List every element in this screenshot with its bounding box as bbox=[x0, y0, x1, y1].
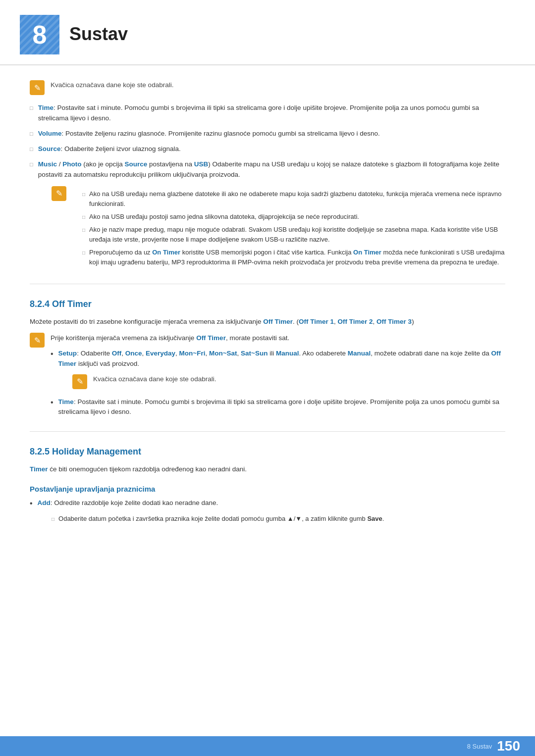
off-timer-note-text: Prije korištenja mjerača vremena za iskl… bbox=[51, 333, 505, 344]
nested-note-block: ✎ Ako na USB uređaju nema glazbene datot… bbox=[52, 186, 505, 274]
monfri-bold: Mon~Fri bbox=[179, 350, 206, 357]
footer: 8 Sustav 150 bbox=[0, 736, 535, 756]
checkmark-note-text: Kvačica označava dane koje ste odabrali. bbox=[93, 374, 216, 384]
usb-label: USB bbox=[194, 160, 209, 168]
time-label: Time bbox=[38, 104, 54, 111]
setup-label: Setup bbox=[58, 350, 77, 357]
sub-item-1: Ako na USB uređaju nema glazbene datotek… bbox=[82, 189, 505, 209]
section-825-intro: Timer će biti onemogućen tijekom razdobl… bbox=[30, 464, 505, 475]
holiday-sub-item: Odaberite datum početka i završetka praz… bbox=[52, 514, 505, 524]
sub-item-4: Preporučujemo da uz On Timer koristite U… bbox=[82, 248, 505, 267]
list-item-music-photo: Music / Photo (ako je opcija Source post… bbox=[30, 159, 505, 180]
photo-label: Photo bbox=[62, 160, 81, 168]
nested-sub-list: Ako na USB uređaju nema glazbene datotek… bbox=[82, 189, 505, 271]
once-bold: Once bbox=[125, 350, 142, 357]
off-timer-1: Off Timer 1 bbox=[299, 318, 334, 325]
volume-label: Volume bbox=[38, 130, 62, 137]
sub-item-2: Ako na USB uređaju postoji samo jedna sl… bbox=[82, 212, 505, 222]
list-item-volume: Volume: Postavite željenu razinu glasnoć… bbox=[30, 129, 505, 139]
list-item-time: Time: Postavite sat i minute. Pomoću gum… bbox=[30, 103, 505, 124]
setup-item: Setup: Odaberite Off, Once, Everyday, Mo… bbox=[51, 349, 505, 369]
intro-note-text: Kvačica označava dane koje ste odabrali. bbox=[51, 80, 173, 90]
off-timer-setup-list: Setup: Odaberite Off, Once, Everyday, Mo… bbox=[51, 349, 505, 369]
chapter-number-box: 8 bbox=[20, 15, 59, 54]
section-825-heading: 8.2.5 Holiday Management bbox=[30, 447, 505, 457]
main-content: ✎ Kvačica označava dane koje ste odabral… bbox=[0, 80, 535, 556]
add-item: Add: Odredite razdoblje koje želite doda… bbox=[30, 498, 505, 510]
intro-note-row: ✎ Kvačica označava dane koje ste odabral… bbox=[30, 80, 505, 95]
footer-number: 150 bbox=[497, 738, 520, 754]
main-bullet-list: Time: Postavite sat i minute. Pomoću gum… bbox=[30, 103, 505, 180]
holiday-list: Add: Odredite razdoblje koje želite doda… bbox=[30, 498, 505, 510]
section-824-intro: Možete postaviti do tri zasebne konfigur… bbox=[30, 316, 505, 327]
holiday-sub-list: Odaberite datum početka i završetka praz… bbox=[52, 514, 505, 524]
list-item-source: Source: Odaberite željeni izvor ulaznog … bbox=[30, 144, 505, 154]
divider-1 bbox=[30, 284, 505, 284]
off-timer-2: Off Timer 2 bbox=[338, 318, 373, 325]
list-item-volume-text: Volume: Postavite željenu razinu glasnoć… bbox=[38, 129, 380, 139]
section-824-heading: 8.2.4 Off Timer bbox=[30, 299, 505, 309]
checkmark-note-row: ✎ Kvačica označava dane koje ste odabral… bbox=[72, 374, 505, 389]
monsat-bold: Mon~Sat bbox=[209, 350, 237, 357]
subsection-holiday-heading: Postavljanje upravljanja praznicima bbox=[30, 485, 505, 493]
manual-bold-1: Manual bbox=[276, 350, 299, 357]
note-icon-3: ✎ bbox=[30, 333, 45, 348]
time-label-2: Time bbox=[58, 398, 74, 405]
music-label: Music bbox=[38, 160, 57, 168]
off-timer-time-list: Time: Postavite sat i minute. Pomoću gum… bbox=[51, 397, 505, 418]
add-label: Add bbox=[38, 499, 51, 506]
time-item: Time: Postavite sat i minute. Pomoću gum… bbox=[51, 397, 505, 418]
sub-item-3: Ako je naziv mape predug, mapu nije mogu… bbox=[82, 225, 505, 245]
list-item-time-text: Time: Postavite sat i minute. Pomoću gum… bbox=[38, 103, 505, 124]
everyday-bold: Everyday bbox=[146, 350, 175, 357]
off-timer-note-bold: Off Timer bbox=[196, 334, 226, 342]
timer-bold: Timer bbox=[30, 465, 48, 473]
off-timer-note-content: Prije korištenja mjerača vremena za iskl… bbox=[51, 333, 505, 421]
on-timer-label-1: On Timer bbox=[152, 249, 180, 256]
on-timer-label-2: On Timer bbox=[353, 249, 381, 256]
nested-note-icon-row: ✎ Ako na USB uređaju nema glazbene datot… bbox=[52, 186, 505, 274]
divider-2 bbox=[30, 431, 505, 432]
off-timer-note-block: ✎ Prije korištenja mjerača vremena za is… bbox=[30, 333, 505, 421]
chapter-header: 8 Sustav bbox=[0, 0, 535, 65]
list-item-source-text: Source: Odaberite željeni izvor ulaznog … bbox=[38, 144, 181, 154]
note-icon-4: ✎ bbox=[72, 374, 87, 389]
chapter-number: 8 bbox=[33, 20, 47, 50]
off-bold: Off bbox=[112, 350, 122, 357]
off-timer-inline-1: Off Timer bbox=[263, 318, 293, 325]
note-icon-2: ✎ bbox=[52, 186, 66, 201]
note-icon-1: ✎ bbox=[30, 80, 45, 95]
save-bold: Save bbox=[367, 515, 382, 522]
off-timer-3: Off Timer 3 bbox=[376, 318, 412, 325]
footer-label: 8 Sustav bbox=[467, 743, 492, 750]
source-label-2: Source bbox=[124, 160, 147, 168]
list-item-music-photo-text: Music / Photo (ako je opcija Source post… bbox=[38, 159, 505, 180]
satsun-bold: Sat~Sun bbox=[241, 350, 268, 357]
chapter-title: Sustav bbox=[69, 15, 128, 45]
source-label: Source bbox=[38, 145, 61, 152]
manual-bold-2: Manual bbox=[348, 350, 371, 357]
